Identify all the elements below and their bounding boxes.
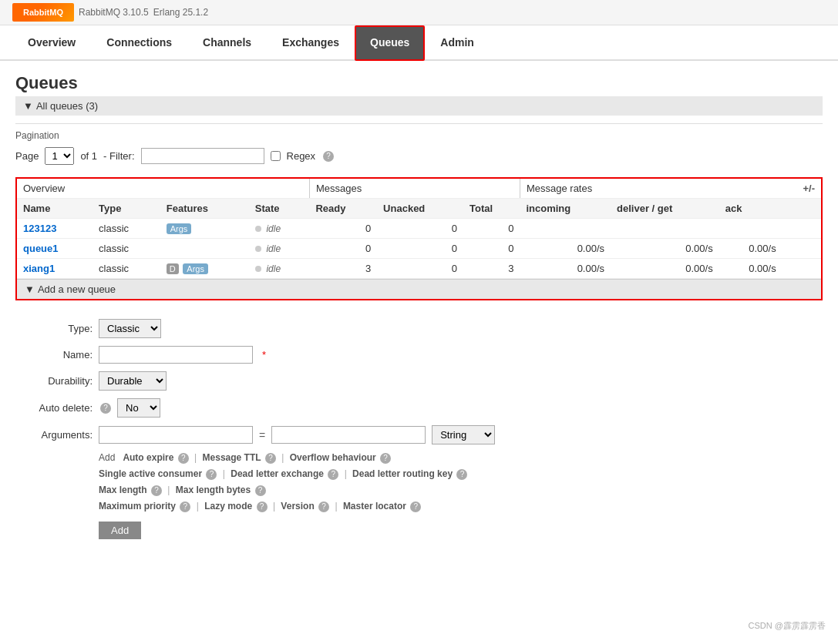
- nav-connections[interactable]: Connections: [91, 25, 187, 61]
- nav-channels[interactable]: Channels: [187, 25, 267, 61]
- nav-exchanges[interactable]: Exchanges: [267, 25, 355, 61]
- queue-name-cell[interactable]: xiang1: [17, 259, 93, 279]
- page-select[interactable]: 1: [45, 147, 74, 165]
- auto-delete-help-icon[interactable]: ?: [100, 403, 111, 414]
- maximum-priority-help[interactable]: ?: [180, 501, 190, 512]
- version-help[interactable]: ?: [318, 501, 329, 512]
- queue-unacked-cell: 0: [377, 259, 463, 279]
- single-active-consumer-help[interactable]: ?: [206, 469, 217, 480]
- queue-state-cell: idle: [249, 239, 310, 259]
- queue-incoming-cell: 0.00/s: [520, 259, 611, 279]
- regex-checkbox[interactable]: [271, 151, 281, 161]
- queue-deliver-cell: 0.00/s: [611, 259, 719, 279]
- logo: RabbitMQ: [12, 3, 74, 22]
- col-ack: ack: [719, 199, 782, 219]
- type-label: Type:: [15, 323, 93, 334]
- queue-ack-cell: 0.00/s: [719, 259, 782, 279]
- version-text: RabbitMQ 3.10.5: [79, 7, 149, 18]
- queue-name-cell[interactable]: queue1: [17, 239, 93, 259]
- durability-label: Durability:: [15, 375, 93, 387]
- col-group-messages: Messages: [309, 179, 520, 199]
- col-incoming: incoming: [520, 199, 611, 219]
- equals-sign: =: [259, 429, 265, 441]
- single-active-consumer-link[interactable]: Single active consumer: [99, 468, 202, 479]
- queue-name-cell[interactable]: 123123: [17, 219, 93, 239]
- nav-queues[interactable]: Queues: [355, 25, 425, 61]
- auto-expire-link[interactable]: Auto expire: [123, 452, 173, 463]
- lazy-mode-link[interactable]: Lazy mode: [204, 501, 252, 512]
- dead-letter-exchange-help[interactable]: ?: [328, 469, 338, 480]
- table-row: 123123 classic Args idle 0 0 0: [17, 219, 821, 239]
- auto-expire-help[interactable]: ?: [178, 453, 189, 464]
- add-queue-row[interactable]: ▼ Add a new queue: [17, 279, 821, 299]
- queue-features-cell: [160, 239, 249, 259]
- queue-action-cell: [782, 259, 821, 279]
- queue-action-cell: [782, 239, 821, 259]
- max-length-bytes-help[interactable]: ?: [255, 485, 266, 496]
- regex-help-icon[interactable]: ?: [323, 151, 334, 162]
- state-label: idle: [266, 243, 281, 254]
- master-locator-help[interactable]: ?: [410, 501, 421, 512]
- overflow-behaviour-link[interactable]: Overflow behaviour: [290, 452, 376, 463]
- col-actions: [782, 199, 821, 219]
- arg-type-select[interactable]: String Number Boolean: [432, 425, 495, 444]
- queue-ready-cell: 3: [309, 259, 377, 279]
- queue-unacked-cell: 0: [377, 219, 463, 239]
- maximum-priority-link[interactable]: Maximum priority: [99, 501, 176, 512]
- queue-deliver-cell: [611, 219, 719, 239]
- queue-total-cell: 0: [463, 219, 520, 239]
- col-name: Name: [17, 199, 93, 219]
- type-select[interactable]: Classic Quorum Stream: [99, 319, 161, 338]
- durability-row: Durability: Durable Transient: [15, 371, 823, 391]
- col-group-rates: Message rates: [520, 179, 782, 199]
- queue-incoming-cell: 0.00/s: [520, 239, 611, 259]
- master-locator-link[interactable]: Master locator: [343, 501, 406, 512]
- arg-val-input[interactable]: [271, 426, 426, 444]
- message-ttl-help[interactable]: ?: [265, 453, 276, 464]
- dead-letter-exchange-link[interactable]: Dead letter exchange: [231, 468, 324, 479]
- nav-admin[interactable]: Admin: [425, 25, 490, 61]
- dead-letter-routing-key-help[interactable]: ?: [456, 469, 467, 480]
- add-queue-button[interactable]: Add: [99, 522, 141, 539]
- name-input[interactable]: [99, 346, 253, 364]
- dead-letter-routing-key-link[interactable]: Dead letter routing key: [352, 468, 453, 479]
- queue-ack-cell: [719, 219, 782, 239]
- queue-table-wrapper: Overview Messages Message rates +/- Name…: [15, 177, 823, 300]
- main-content: Queues ▼ All queues (3) Pagination Page …: [0, 61, 838, 558]
- queue-incoming-cell: [520, 219, 611, 239]
- of-total: of 1: [80, 150, 97, 162]
- max-length-bytes-link[interactable]: Max length bytes: [176, 485, 251, 495]
- lazy-mode-help[interactable]: ?: [257, 501, 268, 512]
- queue-features-cell: Args: [160, 219, 249, 239]
- name-row: Name: *: [15, 346, 823, 364]
- args-links-line3: Max length ? | Max length bytes ?: [99, 485, 823, 496]
- arguments-row: Arguments: = String Number Boolean: [15, 425, 823, 444]
- durability-select[interactable]: Durable Transient: [99, 371, 167, 391]
- all-queues-header[interactable]: ▼ All queues (3): [15, 96, 823, 116]
- queue-state-cell: idle: [249, 259, 310, 279]
- max-length-link[interactable]: Max length: [99, 485, 147, 495]
- filter-input[interactable]: [141, 148, 264, 164]
- table-row: queue1 classic idle 0 0 0 0.00/s 0.00/s …: [17, 239, 821, 259]
- queue-total-cell: 0: [463, 239, 520, 259]
- state-label: idle: [266, 263, 281, 274]
- col-deliver-get: deliver / get: [611, 199, 719, 219]
- max-length-help[interactable]: ?: [151, 485, 162, 496]
- queue-deliver-cell: 0.00/s: [611, 239, 719, 259]
- auto-delete-select[interactable]: No Yes: [117, 398, 160, 418]
- queue-action-cell: [782, 219, 821, 239]
- message-ttl-link[interactable]: Message TTL: [203, 452, 261, 463]
- version-link[interactable]: Version: [281, 501, 314, 512]
- col-plus-minus: +/-: [782, 179, 821, 199]
- args-tag[interactable]: Args: [167, 223, 192, 234]
- state-label: idle: [266, 223, 281, 234]
- overflow-behaviour-help[interactable]: ?: [380, 453, 391, 464]
- queue-type-cell: classic: [93, 219, 160, 239]
- nav-overview[interactable]: Overview: [12, 25, 91, 61]
- args-tag[interactable]: Args: [183, 263, 208, 274]
- arguments-label: Arguments:: [15, 429, 93, 441]
- arg-key-input[interactable]: [99, 426, 253, 444]
- d-tag[interactable]: D: [167, 263, 179, 274]
- name-label: Name:: [15, 349, 93, 361]
- regex-label: Regex: [287, 150, 316, 162]
